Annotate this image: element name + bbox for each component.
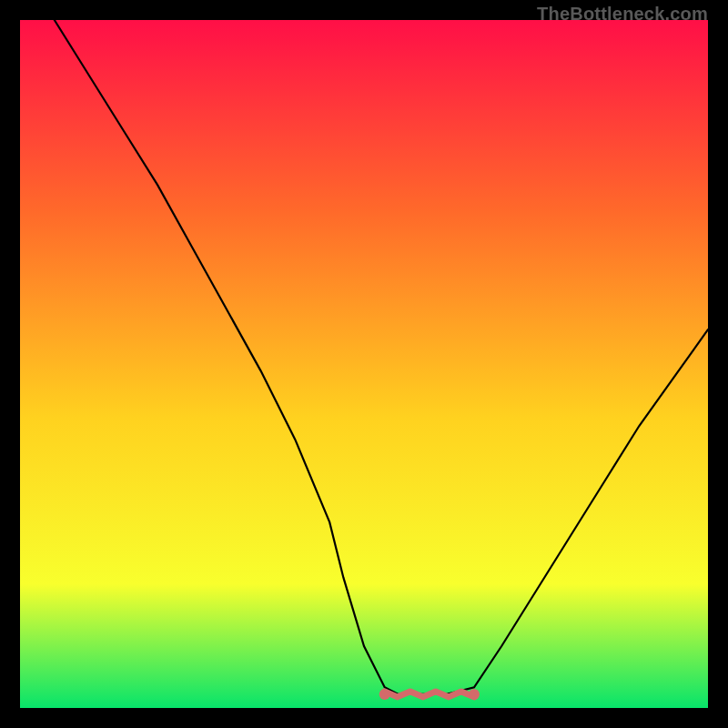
valley-endpoint-dot-1 xyxy=(469,689,480,700)
valley-endpoint-dot-0 xyxy=(379,689,390,700)
gradient-background xyxy=(20,20,708,708)
chart-stage: TheBottleneck.com xyxy=(0,0,728,728)
watermark-text: TheBottleneck.com xyxy=(537,4,708,25)
chart-svg xyxy=(20,20,708,708)
plot-area xyxy=(20,20,708,708)
